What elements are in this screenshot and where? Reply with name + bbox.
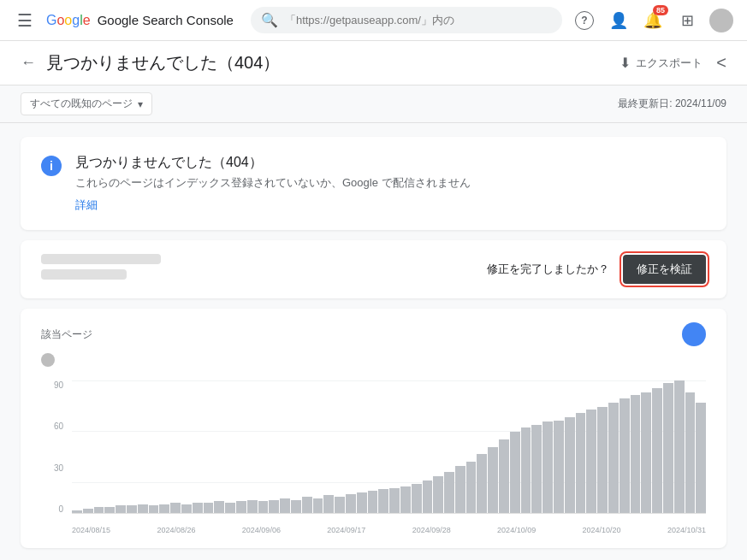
bar-item xyxy=(444,472,454,513)
bar-item xyxy=(652,388,662,513)
export-label: エクスポート xyxy=(636,56,703,71)
topbar-right: ? 👤 🔔 85 ⊞ xyxy=(572,9,733,32)
bar-item xyxy=(236,501,246,513)
bar-item xyxy=(608,403,619,513)
verify-card: 修正を完了しましたか？ 修正を検証 xyxy=(21,240,726,298)
verify-card-left xyxy=(41,254,473,285)
bar-item xyxy=(455,466,465,513)
y-label-30: 30 xyxy=(41,463,67,473)
y-axis: 90 60 30 0 xyxy=(41,380,67,514)
bar-item xyxy=(181,504,192,513)
chart-legend xyxy=(41,353,706,367)
bar-item xyxy=(631,395,641,513)
bar-item xyxy=(258,501,269,513)
verify-fix-button[interactable]: 修正を検証 xyxy=(623,255,706,284)
bar-item xyxy=(313,498,323,513)
menu-icon[interactable]: ☰ xyxy=(14,7,36,34)
page-header: ← 見つかりませんでした（404） ⬇ エクスポート < xyxy=(0,41,747,85)
app-name: Google Search Console xyxy=(98,13,234,27)
app-logo: Google Google Search Console xyxy=(46,13,234,28)
skeleton-line-2 xyxy=(41,269,127,280)
bar-item xyxy=(466,462,477,513)
bar-item xyxy=(433,476,443,513)
bar-chart-area xyxy=(72,380,706,514)
bar-item xyxy=(488,447,498,514)
y-label-0: 0 xyxy=(41,504,67,514)
search-input[interactable] xyxy=(285,14,552,27)
google-logo-g: Google xyxy=(46,13,91,28)
bar-item xyxy=(127,505,137,513)
page-header-right: ⬇ エクスポート < xyxy=(620,53,726,73)
bar-item xyxy=(542,421,553,513)
info-title: 見つかりませんでした（404） xyxy=(75,154,471,172)
detail-link[interactable]: 詳細 xyxy=(75,198,98,211)
bar-item xyxy=(663,383,673,513)
main-content: i 見つかりませんでした（404） これらのページはインデックス登録されていない… xyxy=(0,123,747,560)
bar-item xyxy=(116,505,126,513)
last-updated-label: 最終更新日: 2024/11/09 xyxy=(618,97,726,111)
filter-dropdown[interactable]: すべての既知のページ ▾ xyxy=(21,92,152,115)
skeleton-line-1 xyxy=(41,254,161,264)
bar-item xyxy=(104,507,115,513)
info-description: これらのページはインデックス登録されていないか、Google で配信されません xyxy=(75,175,471,191)
bar-item xyxy=(565,417,575,513)
x-label-0: 2024/08/15 xyxy=(72,526,110,534)
bar-item xyxy=(280,498,290,513)
bar-item xyxy=(389,488,400,513)
y-label-60: 60 xyxy=(41,421,67,431)
bar-item xyxy=(346,494,356,513)
bar-item xyxy=(170,503,181,513)
notification-badge: 85 xyxy=(653,5,668,15)
chevron-down-icon: ▾ xyxy=(138,98,143,110)
search-icon: 🔍 xyxy=(261,12,278,28)
x-axis: 2024/08/15 2024/08/26 2024/09/06 2024/09… xyxy=(72,516,706,534)
notifications-button[interactable]: 🔔 85 xyxy=(641,9,665,32)
help-button[interactable]: ? xyxy=(572,9,596,32)
x-label-5: 2024/10/09 xyxy=(497,526,536,534)
bar-item xyxy=(597,407,608,513)
x-label-6: 2024/10/20 xyxy=(583,526,621,534)
bar-item xyxy=(521,427,531,513)
page-header-left: ← 見つかりませんでした（404） xyxy=(21,51,280,74)
bar-item xyxy=(696,403,706,513)
bar-item xyxy=(149,505,159,513)
bar-chart: 90 60 30 0 2024/08/15 2024/08/26 2024/09… xyxy=(41,380,706,534)
info-card: i 見つかりませんでした（404） これらのページはインデックス登録されていない… xyxy=(21,137,726,230)
export-button[interactable]: ⬇ エクスポート xyxy=(620,55,703,71)
page-title: 見つかりませんでした（404） xyxy=(46,51,280,74)
bar-item xyxy=(291,500,301,514)
bar-item xyxy=(72,510,82,513)
bar-item xyxy=(193,503,203,513)
bar-item xyxy=(323,495,334,513)
bar-item xyxy=(335,497,345,513)
bar-item xyxy=(357,492,367,513)
topbar: ☰ Google Google Search Console 🔍 ? 👤 🔔 8… xyxy=(0,0,747,41)
x-label-1: 2024/08/26 xyxy=(157,526,195,534)
grid-button[interactable]: ⊞ xyxy=(675,9,699,32)
bar-item xyxy=(378,489,388,513)
filter-label: すべての既知のページ xyxy=(30,97,133,111)
y-label-90: 90 xyxy=(41,380,67,390)
bar-item xyxy=(400,486,411,513)
accounts-button[interactable]: 👤 xyxy=(607,9,631,32)
info-card-body: 見つかりませんでした（404） これらのページはインデックス登録されていないか、… xyxy=(75,154,471,213)
x-label-3: 2024/09/17 xyxy=(327,526,365,534)
chart-header: 該当ページ xyxy=(41,322,706,346)
chart-section-label: 該当ページ xyxy=(41,327,92,342)
back-button[interactable]: ← xyxy=(21,54,36,72)
bar-item xyxy=(531,425,542,513)
bar-item xyxy=(685,392,696,513)
x-label-7: 2024/10/31 xyxy=(667,526,706,534)
share-icon[interactable]: < xyxy=(716,53,726,73)
grid-icon: ⊞ xyxy=(681,11,694,30)
chart-card: 該当ページ 90 60 30 0 2024/08/15 2024/08/26 2… xyxy=(21,309,726,548)
bar-item xyxy=(423,480,433,513)
chart-dot xyxy=(682,322,706,346)
bar-item xyxy=(674,380,685,513)
x-label-4: 2024/09/28 xyxy=(412,526,451,534)
bar-item xyxy=(225,503,235,513)
bar-item xyxy=(368,491,378,513)
avatar[interactable] xyxy=(709,9,733,32)
bar-item xyxy=(214,501,224,513)
bar-item xyxy=(510,432,520,513)
